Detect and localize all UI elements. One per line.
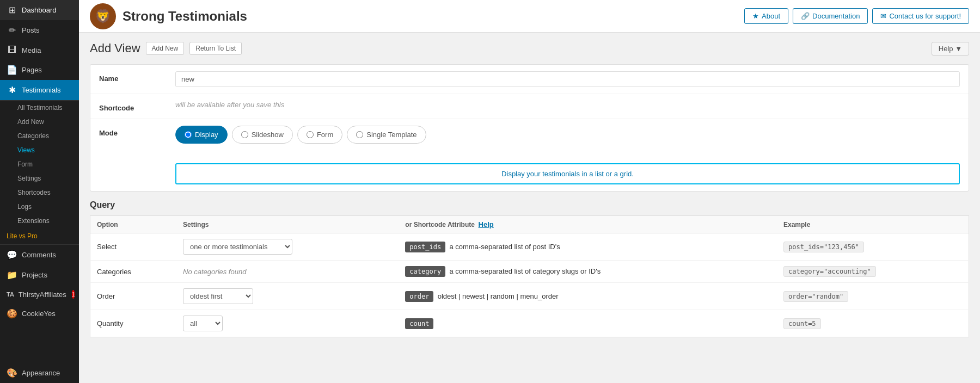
- sidebar-label-appearance: Appearance: [22, 369, 60, 377]
- mode-description: Display your testimonials in a list or a…: [175, 163, 960, 184]
- name-field-container: [175, 71, 960, 87]
- select-dropdown[interactable]: one or more testimonials all testimonial…: [183, 239, 292, 255]
- top-bar: 🦁 Strong Testimonials ★ About 🔗 Document…: [79, 0, 980, 33]
- row-option-quantity: Quantity: [90, 310, 177, 337]
- attr-badge-category: category: [405, 266, 445, 277]
- sidebar-item-comments[interactable]: 💬 Comments: [0, 245, 79, 265]
- order-dropdown[interactable]: oldest first newest first random menu_or…: [183, 288, 253, 304]
- sidebar-label-media: Media: [22, 46, 41, 54]
- sidebar-item-cookieyes[interactable]: 🍪 CookieYes: [0, 304, 79, 324]
- sidebar-item-posts[interactable]: ✏ Posts: [0, 20, 79, 40]
- row-example-categories: category="accounting": [777, 261, 969, 283]
- mode-radio-display[interactable]: [185, 131, 192, 138]
- help-button[interactable]: Help ▼: [932, 42, 969, 55]
- view-header: Add View Add New Return To List Help ▼: [90, 41, 969, 55]
- mode-label-form: Form: [317, 131, 333, 139]
- table-row: Categories No categories found category …: [90, 261, 969, 283]
- row-example-order: order="random": [777, 283, 969, 310]
- about-label: About: [762, 12, 780, 20]
- table-row: Order oldest first newest first random m…: [90, 283, 969, 310]
- contact-icon: ✉: [880, 12, 886, 20]
- query-section: Query Option Settings or Shortcode Attri…: [90, 200, 969, 337]
- sidebar-sub-settings[interactable]: Settings: [0, 171, 79, 186]
- sidebar-item-projects[interactable]: 📁 Projects: [0, 265, 79, 285]
- about-icon: ★: [752, 12, 759, 20]
- example-badge-post-ids: post_ids="123,456": [783, 242, 864, 252]
- attr-badge-count: count: [405, 318, 433, 329]
- row-attr-select: post_ids a comma-separated list of post …: [399, 233, 777, 261]
- sidebar-label-comments: Comments: [22, 251, 56, 259]
- shortcode-row: Shortcode will be available after you sa…: [90, 94, 969, 119]
- col-example: Example: [777, 216, 969, 233]
- name-input[interactable]: [175, 71, 960, 87]
- shortcode-help-link[interactable]: Help: [479, 220, 494, 228]
- documentation-label: Documentation: [812, 12, 860, 20]
- sidebar-label-testimonials: Testimonials: [22, 86, 61, 94]
- col-shortcode-attr: or Shortcode Attribute Help: [399, 216, 777, 233]
- row-option-select: Select: [90, 233, 177, 261]
- about-button[interactable]: ★ About: [744, 8, 788, 24]
- attr-desc-category: a comma-separated list of category slugs…: [449, 267, 601, 275]
- sidebar-item-dashboard[interactable]: ⊞ Dashboard: [0, 0, 79, 20]
- no-categories-text: No categories found: [183, 268, 246, 276]
- example-badge-count: count=5: [783, 318, 821, 329]
- media-icon: 🎞: [7, 45, 17, 55]
- projects-icon: 📁: [7, 270, 17, 280]
- mode-options-container: Display Slideshow Form: [175, 126, 960, 144]
- sidebar-lite-vs-pro[interactable]: Lite vs Pro: [0, 228, 79, 244]
- testimonials-icon: ✱: [7, 85, 17, 95]
- mode-label: Mode: [99, 126, 164, 137]
- appearance-icon: 🎨: [7, 368, 17, 378]
- top-bar-actions: ★ About 🔗 Documentation ✉ Contact us for…: [744, 8, 969, 24]
- add-new-button[interactable]: Add New: [146, 42, 185, 55]
- sidebar-sub-shortcodes[interactable]: Shortcodes: [0, 186, 79, 200]
- sidebar-sub-all-testimonials[interactable]: All Testimonials: [0, 101, 79, 115]
- return-to-list-button[interactable]: Return To List: [189, 42, 242, 55]
- sidebar-sub-extensions[interactable]: Extensions: [0, 214, 79, 228]
- mode-radio-form[interactable]: [307, 131, 314, 138]
- sidebar-label-projects: Projects: [22, 271, 47, 279]
- documentation-button[interactable]: 🔗 Documentation: [793, 8, 868, 24]
- sidebar-label-posts: Posts: [22, 26, 40, 34]
- row-settings-categories: No categories found: [176, 261, 399, 283]
- example-badge-order: order="random": [783, 291, 848, 302]
- sidebar-sub-categories[interactable]: Categories: [0, 129, 79, 143]
- sidebar-sub-add-new[interactable]: Add New: [0, 115, 79, 129]
- documentation-icon: 🔗: [801, 12, 810, 20]
- sidebar-sub-views[interactable]: Views: [0, 143, 79, 157]
- quantity-dropdown[interactable]: all 1 5 10 20: [183, 316, 223, 331]
- sidebar-item-appearance[interactable]: 🎨 Appearance: [0, 363, 79, 383]
- mode-radio-single-template[interactable]: [356, 131, 363, 138]
- sidebar-label-pages: Pages: [22, 66, 42, 74]
- mode-option-slideshow[interactable]: Slideshow: [232, 126, 293, 144]
- mode-radio-slideshow[interactable]: [241, 131, 248, 138]
- sidebar-item-media[interactable]: 🎞 Media: [0, 40, 79, 60]
- mode-row: Mode Display Slideshow: [90, 119, 969, 191]
- comments-icon: 💬: [7, 250, 17, 260]
- row-settings-order: oldest first newest first random menu_or…: [176, 283, 399, 310]
- sidebar-sub-logs[interactable]: Logs: [0, 200, 79, 214]
- col-option: Option: [90, 216, 177, 233]
- mode-option-form[interactable]: Form: [297, 126, 342, 144]
- sidebar-sub-form[interactable]: Form: [0, 157, 79, 171]
- plugin-logo: 🦁 Strong Testimonials: [90, 3, 247, 29]
- cookieyes-icon: 🍪: [7, 308, 17, 319]
- row-attr-quantity: count: [399, 310, 777, 337]
- pages-icon: 📄: [7, 65, 17, 75]
- sidebar-label-dashboard: Dashboard: [22, 6, 57, 14]
- sidebar: ⊞ Dashboard ✏ Posts 🎞 Media 📄 Pages ✱ Te…: [0, 0, 79, 383]
- table-row: Quantity all 1 5 10 20 count: [90, 310, 969, 337]
- shortcode-placeholder: will be available after you save this: [175, 97, 284, 109]
- example-badge-category: category="accounting": [783, 266, 876, 277]
- main-content: 🦁 Strong Testimonials ★ About 🔗 Document…: [79, 0, 980, 383]
- col-settings: Settings: [176, 216, 399, 233]
- sidebar-item-pages[interactable]: 📄 Pages: [0, 60, 79, 80]
- contact-button[interactable]: ✉ Contact us for support!: [872, 8, 969, 24]
- attr-desc-order: oldest | newest | random | menu_order: [438, 292, 559, 300]
- mode-option-display[interactable]: Display: [175, 126, 228, 144]
- page-title: Add View: [90, 41, 140, 55]
- sidebar-item-thirsty[interactable]: TA ThirstyAffiliates 1: [0, 285, 79, 304]
- sidebar-item-testimonials[interactable]: ✱ Testimonials: [0, 80, 79, 100]
- thirsty-badge: 1: [72, 290, 75, 299]
- mode-option-single-template[interactable]: Single Template: [347, 126, 426, 144]
